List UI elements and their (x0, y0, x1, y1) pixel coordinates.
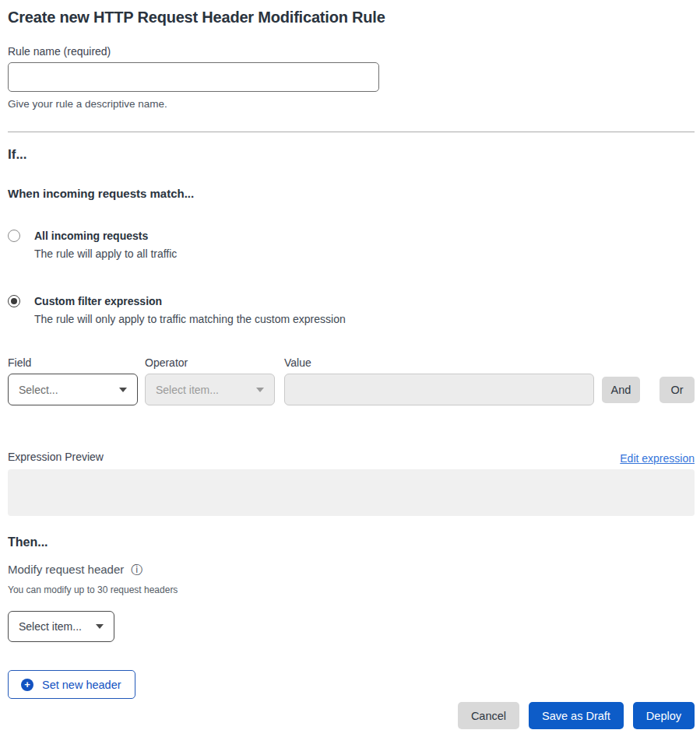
if-section-heading: If... (8, 145, 695, 165)
option-all-incoming-requests[interactable]: All incoming requests The rule will appl… (8, 227, 695, 263)
info-icon[interactable]: ⓘ (131, 564, 142, 576)
expression-preview-box (8, 469, 695, 516)
field-select-value: Select... (19, 384, 58, 396)
or-button[interactable]: Or (660, 377, 695, 403)
chevron-down-icon (96, 624, 104, 629)
option-text: Custom filter expression The rule will o… (34, 293, 346, 328)
operator-select-value: Select item... (156, 384, 219, 396)
page-title: Create new HTTP Request Header Modificat… (8, 6, 695, 28)
radio-button-icon[interactable] (8, 295, 20, 307)
expression-preview-header: Expression Preview Edit expression (8, 449, 695, 465)
operator-select[interactable]: Select item... (145, 374, 275, 405)
expression-builder-labels: Field Operator Value (8, 355, 695, 370)
value-input[interactable] (284, 374, 594, 405)
deploy-button[interactable]: Deploy (633, 702, 695, 729)
expression-builder-row: Select... Select item... And Or (8, 374, 695, 405)
and-button[interactable]: And (602, 377, 640, 403)
option-label: All incoming requests (34, 227, 177, 244)
cancel-button[interactable]: Cancel (458, 702, 519, 729)
set-new-header-label: Set new header (42, 679, 121, 691)
modify-header-row: Modify request header ⓘ (8, 561, 695, 578)
set-new-header-button[interactable]: + Set new header (8, 670, 135, 699)
option-description: The rule will only apply to traffic matc… (34, 310, 346, 328)
expression-preview-label: Expression Preview (8, 449, 104, 465)
field-label: Field (8, 355, 145, 370)
operator-label: Operator (145, 355, 284, 370)
option-label: Custom filter expression (34, 293, 346, 310)
header-item-select[interactable]: Select item... (8, 611, 114, 642)
option-text: All incoming requests The rule will appl… (34, 227, 177, 263)
section-divider (8, 132, 695, 132)
rule-name-input[interactable] (8, 62, 379, 92)
save-as-draft-button[interactable]: Save as Draft (529, 702, 624, 729)
modify-request-header-label: Modify request header (8, 561, 124, 578)
match-subheading: When incoming requests match... (8, 185, 695, 202)
plus-circle-icon: + (21, 679, 33, 691)
rule-name-help: Give your rule a descriptive name. (8, 97, 695, 112)
modify-header-help: You can modify up to 30 request headers (8, 584, 695, 596)
create-rule-form: Create new HTTP Request Header Modificat… (0, 0, 700, 729)
value-label: Value (284, 355, 695, 370)
rule-name-label: Rule name (required) (8, 44, 695, 59)
option-custom-filter-expression[interactable]: Custom filter expression The rule will o… (8, 293, 695, 328)
edit-expression-link[interactable]: Edit expression (620, 452, 695, 465)
then-section-heading: Then... (8, 533, 695, 552)
header-item-select-value: Select item... (19, 620, 82, 633)
chevron-down-icon (119, 388, 127, 392)
form-footer: Cancel Save as Draft Deploy (8, 702, 695, 729)
field-select[interactable]: Select... (8, 374, 138, 405)
chevron-down-icon (256, 388, 264, 392)
radio-button-icon[interactable] (8, 230, 20, 242)
option-description: The rule will apply to all traffic (34, 244, 177, 263)
